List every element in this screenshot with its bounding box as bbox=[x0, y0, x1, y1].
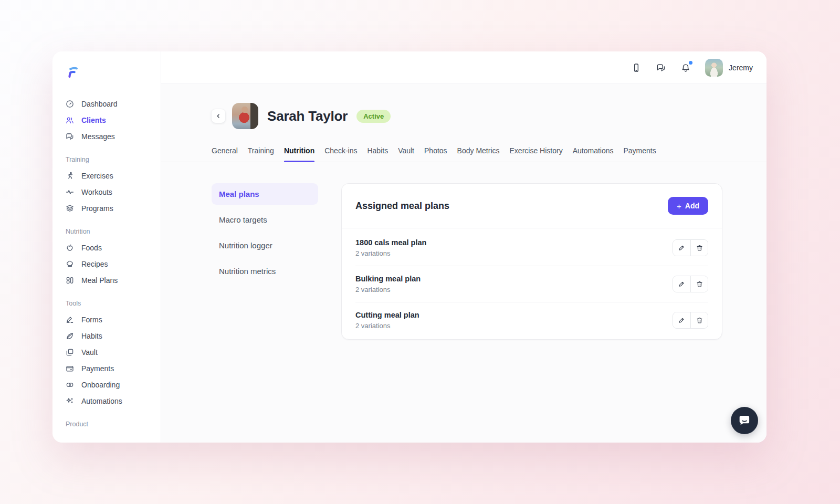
tab-automations[interactable]: Automations bbox=[573, 142, 614, 162]
tab-nutrition[interactable]: Nutrition bbox=[284, 142, 314, 162]
tab-general[interactable]: General bbox=[212, 142, 238, 162]
notifications-bell-icon[interactable] bbox=[680, 62, 691, 73]
pulse-icon bbox=[65, 187, 75, 197]
sidebar-item-label: Workouts bbox=[81, 188, 112, 196]
sidebar-item-label: Foods bbox=[81, 244, 102, 252]
edit-button[interactable] bbox=[673, 312, 690, 328]
sidebar-section-product: Product bbox=[66, 421, 150, 428]
sidebar-item-label: Clients bbox=[81, 116, 106, 124]
client-name: Sarah Taylor bbox=[267, 108, 348, 124]
sidebar-item-workouts[interactable]: Workouts bbox=[65, 184, 150, 200]
sidebar-item-payments[interactable]: Payments bbox=[65, 360, 150, 376]
meal-plan-row: Bulking meal plan 2 variations bbox=[355, 266, 708, 302]
sidebar-section-tools: Tools bbox=[66, 300, 150, 307]
sidebar-item-habits[interactable]: Habits bbox=[65, 328, 150, 344]
pencil-icon bbox=[678, 280, 686, 288]
subnav-item-meal-plans[interactable]: Meal plans bbox=[212, 183, 318, 205]
rings-icon bbox=[65, 380, 75, 390]
meal-plan-title: 1800 cals meal plan bbox=[355, 238, 426, 247]
sidebar-item-foods[interactable]: Foods bbox=[65, 239, 150, 256]
tab-training[interactable]: Training bbox=[248, 142, 274, 162]
intercom-chat-icon bbox=[738, 414, 751, 427]
users-icon bbox=[65, 116, 75, 125]
tab-check-ins[interactable]: Check-ins bbox=[324, 142, 357, 162]
nutrition-subnav: Meal plans Macro targets Nutrition logge… bbox=[212, 183, 318, 286]
sidebar-item-exercises[interactable]: Exercises bbox=[65, 167, 150, 184]
sidebar-section-nutrition: Nutrition bbox=[66, 228, 150, 235]
messages-icon[interactable] bbox=[656, 62, 666, 73]
leaf-icon bbox=[65, 331, 75, 341]
sidebar-item-onboarding[interactable]: Onboarding bbox=[65, 376, 150, 393]
sidebar-item-forms[interactable]: Forms bbox=[65, 311, 150, 328]
row-actions bbox=[673, 276, 708, 292]
meal-plan-title: Bulking meal plan bbox=[355, 275, 421, 283]
wallet-icon bbox=[65, 364, 75, 373]
user-name: Jeremy bbox=[729, 64, 753, 72]
delete-button[interactable] bbox=[690, 312, 708, 328]
delete-button[interactable] bbox=[690, 276, 708, 292]
edit-button[interactable] bbox=[673, 240, 690, 256]
meal-plan-title: Cutting meal plan bbox=[355, 311, 419, 319]
sidebar-item-vault[interactable]: Vault bbox=[65, 344, 150, 360]
sidebar-item-dashboard[interactable]: Dashboard bbox=[65, 96, 150, 112]
tab-payments[interactable]: Payments bbox=[624, 142, 656, 162]
assigned-meal-plans-card: Assigned meal plans + Add 1800 cals meal… bbox=[341, 183, 722, 340]
tab-exercise-history[interactable]: Exercise History bbox=[510, 142, 563, 162]
sidebar-section-training: Training bbox=[66, 156, 150, 163]
sparkles-icon bbox=[65, 396, 75, 406]
meal-plan-grid-icon bbox=[65, 276, 75, 285]
pencil-icon bbox=[678, 317, 686, 324]
sidebar-item-label: Programs bbox=[81, 204, 113, 213]
meal-plan-list: 1800 cals meal plan 2 variations Bulking… bbox=[342, 228, 722, 339]
sidebar-item-label: Dashboard bbox=[81, 100, 118, 108]
trash-icon bbox=[696, 317, 704, 324]
app-window: Dashboard Clients Messages Training Exer… bbox=[52, 51, 766, 443]
subnav-item-nutrition-metrics[interactable]: Nutrition metrics bbox=[212, 260, 318, 282]
sidebar-item-messages[interactable]: Messages bbox=[65, 128, 150, 144]
tab-vault[interactable]: Vault bbox=[398, 142, 414, 162]
chef-hat-icon bbox=[65, 259, 75, 269]
main-area: Jeremy Sarah Taylor Active General Train… bbox=[161, 51, 766, 443]
topbar: Jeremy bbox=[161, 51, 766, 84]
tab-habits[interactable]: Habits bbox=[367, 142, 388, 162]
subnav-item-macro-targets[interactable]: Macro targets bbox=[212, 209, 318, 230]
dashboard-icon bbox=[65, 99, 75, 109]
app-logo-icon bbox=[65, 65, 81, 80]
add-meal-plan-button[interactable]: + Add bbox=[668, 197, 708, 215]
meal-plan-row: Cutting meal plan 2 variations bbox=[355, 302, 708, 338]
sidebar-item-label: Messages bbox=[81, 132, 115, 141]
trash-icon bbox=[696, 280, 704, 288]
runner-icon bbox=[65, 171, 75, 181]
sidebar-item-meal-plans[interactable]: Meal Plans bbox=[65, 272, 150, 288]
pencil-icon bbox=[678, 244, 686, 252]
sidebar-item-programs[interactable]: Programs bbox=[65, 200, 150, 216]
card-title: Assigned meal plans bbox=[355, 201, 449, 212]
sidebar-item-label: Exercises bbox=[81, 172, 113, 180]
user-menu[interactable]: Jeremy bbox=[705, 59, 753, 77]
tab-body-metrics[interactable]: Body Metrics bbox=[457, 142, 500, 162]
content-area: Sarah Taylor Active General Training Nut… bbox=[161, 84, 766, 443]
delete-button[interactable] bbox=[690, 240, 708, 256]
sidebar-item-label: Payments bbox=[81, 364, 114, 373]
chat-launcher-button[interactable] bbox=[731, 407, 758, 434]
sidebar-item-label: Vault bbox=[81, 348, 98, 356]
subnav-item-nutrition-logger[interactable]: Nutrition logger bbox=[212, 235, 318, 256]
meal-plan-subtitle: 2 variations bbox=[355, 286, 421, 293]
user-avatar bbox=[705, 59, 723, 77]
plus-icon: + bbox=[677, 202, 681, 210]
mobile-preview-icon[interactable] bbox=[631, 62, 642, 73]
sidebar-item-label: Habits bbox=[81, 332, 102, 340]
meal-plan-subtitle: 2 variations bbox=[355, 322, 419, 330]
sidebar-item-recipes[interactable]: Recipes bbox=[65, 256, 150, 272]
tab-photos[interactable]: Photos bbox=[424, 142, 447, 162]
sidebar-item-automations[interactable]: Automations bbox=[65, 393, 150, 409]
sidebar-item-label: Onboarding bbox=[81, 381, 120, 389]
back-button[interactable] bbox=[212, 109, 225, 123]
layers-icon bbox=[65, 204, 75, 213]
add-button-label: Add bbox=[685, 202, 699, 210]
sidebar-item-label: Automations bbox=[81, 397, 122, 405]
edit-button[interactable] bbox=[673, 276, 690, 292]
sidebar-item-clients[interactable]: Clients bbox=[65, 112, 150, 128]
client-header: Sarah Taylor Active bbox=[212, 103, 766, 129]
chevron-left-icon bbox=[215, 112, 222, 120]
